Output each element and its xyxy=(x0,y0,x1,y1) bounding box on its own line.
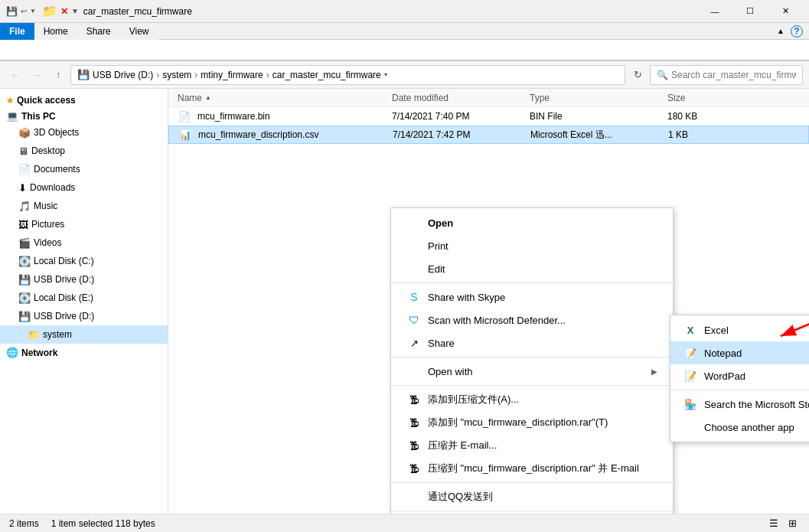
col-header-name[interactable]: Name ▲ xyxy=(178,93,392,103)
view-controls: ☰ ⊞ xyxy=(766,516,800,531)
up-button[interactable]: ↑ xyxy=(49,66,67,84)
path-sep-2: › xyxy=(194,70,197,80)
ribbon-tabs: File Home Share View ▲ ? xyxy=(0,23,809,40)
col-header-size[interactable]: Size xyxy=(667,93,744,103)
ctx-add-archive[interactable]: 🗜 添加到压缩文件(A)... xyxy=(391,388,673,411)
ctx-add-rar[interactable]: 🗜 添加到 "mcu_firmware_discription.rar"(T) xyxy=(391,411,673,434)
usb-d1-label: USB Drive (D:) xyxy=(34,274,94,285)
forward-button[interactable]: → xyxy=(28,66,46,84)
col-header-date[interactable]: Date modified xyxy=(392,93,530,103)
svg-line-1 xyxy=(781,318,809,336)
ctx-compress-email[interactable]: 🗜 压缩并 E-mail... xyxy=(391,434,673,457)
network-icon: 🌐 xyxy=(6,347,18,358)
sidebar-item-pictures[interactable]: 🖼 Pictures xyxy=(0,215,168,233)
system-label: system xyxy=(43,329,72,340)
path-system[interactable]: system xyxy=(162,70,191,80)
back-button[interactable]: ← xyxy=(6,66,24,84)
sidebar-item-this-pc[interactable]: 💻 This PC xyxy=(0,107,168,123)
search-input[interactable] xyxy=(671,70,796,80)
refresh-button[interactable]: ↻ xyxy=(628,66,647,84)
red-arrow xyxy=(750,315,809,353)
close-button[interactable]: ✕ xyxy=(768,0,803,23)
statusbar: 2 items 1 item selected 118 bytes ☰ ⊞ xyxy=(0,514,809,532)
sidebar-item-music[interactable]: 🎵 Music xyxy=(0,197,168,215)
sidebar-item-network[interactable]: 🌐 Network xyxy=(0,344,168,360)
sidebar-item-local-e[interactable]: 💽 Local Disk (E:) xyxy=(0,289,168,307)
sidebar-item-usb-d1[interactable]: 💾 USB Drive (D:) xyxy=(0,270,168,289)
sidebar-item-downloads[interactable]: ⬇ Downloads xyxy=(0,178,168,197)
share-icon: ↗ xyxy=(406,335,422,351)
path-sep-1: › xyxy=(156,70,159,80)
sidebar-item-desktop[interactable]: 🖥 Desktop xyxy=(0,142,168,160)
desktop-icon: 🖥 xyxy=(18,145,28,157)
file-csv-icon: 📊 xyxy=(178,128,192,142)
ctx-share[interactable]: ↗ Share xyxy=(391,331,673,354)
sidebar-item-quick-access[interactable]: ★ Quick access xyxy=(0,92,168,107)
qq-icon xyxy=(406,489,422,504)
compress-rar-icon: 🗜 xyxy=(406,461,422,476)
file-date-cell: 7/14/2021 7:42 PM xyxy=(393,129,530,140)
minimize-button[interactable]: — xyxy=(697,0,732,23)
ribbon-collapse-icon[interactable]: ▲ xyxy=(777,27,785,35)
sidebar-item-system[interactable]: 📁 system xyxy=(0,325,168,344)
file-content: Name ▲ Date modified Type Size 📄 mcu_fir… xyxy=(168,89,809,514)
music-label: Music xyxy=(34,201,57,211)
folder-icon: 📁 xyxy=(42,4,57,18)
path-usb-drive[interactable]: USB Drive (D:) xyxy=(93,70,153,80)
path-mtiny[interactable]: mtiny_firmware xyxy=(201,70,263,80)
details-view-button[interactable]: ☰ xyxy=(766,516,781,531)
help-icon[interactable]: ? xyxy=(791,25,803,38)
address-path[interactable]: 💾 USB Drive (D:) › system › mtiny_firmwa… xyxy=(70,65,625,85)
file-name: mcu_firmware.bin xyxy=(197,111,270,122)
sidebar-item-documents[interactable]: 📄 Documents xyxy=(0,160,168,178)
dropdown-small-icon: ▼ xyxy=(71,7,79,15)
maximize-button[interactable]: ☐ xyxy=(732,0,768,23)
sidebar-item-videos[interactable]: 🎬 Videos xyxy=(0,233,168,252)
table-row[interactable]: 📊 mcu_firmware_discription.csv 7/14/2021… xyxy=(168,126,809,144)
local-e-label: Local Disk (E:) xyxy=(34,292,93,303)
tab-home[interactable]: Home xyxy=(34,23,77,40)
tab-view[interactable]: View xyxy=(120,23,158,40)
ctx-open-with[interactable]: Open with ▶ xyxy=(391,360,673,383)
col-header-type[interactable]: Type xyxy=(530,93,667,103)
search-box[interactable]: 🔍 xyxy=(650,65,803,85)
excel-icon: X xyxy=(683,322,698,338)
notepad-icon: 📝 xyxy=(683,345,698,361)
ctx-open[interactable]: Open xyxy=(391,211,673,234)
large-icons-button[interactable]: ⊞ xyxy=(785,516,800,531)
undo-icon: ↩ xyxy=(21,7,27,15)
tab-file[interactable]: File xyxy=(0,23,34,40)
sidebar-item-3d[interactable]: 📦 3D Objects xyxy=(0,123,168,142)
submenu-ms-store[interactable]: 🏪 Search the Microsoft Store xyxy=(670,393,809,416)
submenu-divider xyxy=(670,390,809,390)
disk-c-icon: 💽 xyxy=(18,256,31,267)
ctx-compress-rar-email[interactable]: 🗜 压缩到 "mcu_firmware_discription.rar" 并 E… xyxy=(391,457,673,480)
open-with-arrow: ▶ xyxy=(651,367,657,376)
submenu-another-app[interactable]: Choose another app xyxy=(670,416,809,439)
ctx-divider-4 xyxy=(391,482,673,483)
videos-icon: 🎬 xyxy=(18,237,31,249)
ctx-send-qq[interactable]: 通过QQ发送到 xyxy=(391,485,673,508)
ctx-divider-5 xyxy=(391,511,673,511)
submenu-wordpad[interactable]: 📝 WordPad xyxy=(670,364,809,387)
ctx-edit[interactable]: Edit xyxy=(391,257,673,280)
ctx-share-skype[interactable]: S Share with Skype xyxy=(391,286,673,308)
ctx-scan-defender[interactable]: 🛡 Scan with Microsoft Defender... xyxy=(391,308,673,331)
table-row[interactable]: 📄 mcu_firmware.bin 7/14/2021 7:40 PM BIN… xyxy=(168,107,809,126)
ctx-print[interactable]: Print xyxy=(391,234,673,257)
ribbon-content xyxy=(0,40,809,60)
dropdown-icon: ▼ xyxy=(30,8,36,15)
ctx-divider-3 xyxy=(391,385,673,386)
ctx-divider-2 xyxy=(391,357,673,357)
file-size-cell: 180 KB xyxy=(667,111,744,122)
tab-share[interactable]: Share xyxy=(77,23,120,40)
sidebar-item-local-c[interactable]: 💽 Local Disk (C:) xyxy=(0,252,168,270)
ribbon: File Home Share View ▲ ? xyxy=(0,23,809,61)
main-layout: ★ Quick access 💻 This PC 📦 3D Objects 🖥 … xyxy=(0,89,809,514)
file-name-cell: 📄 mcu_firmware.bin xyxy=(178,109,392,123)
path-car-master[interactable]: car_master_mcu_firmware xyxy=(272,70,381,80)
sidebar-item-usb-d2[interactable]: 💾 USB Drive (D:) xyxy=(0,307,168,325)
pictures-label: Pictures xyxy=(31,219,64,230)
open-with-icon xyxy=(406,364,422,379)
rar-icon: 🗜 xyxy=(406,415,422,430)
